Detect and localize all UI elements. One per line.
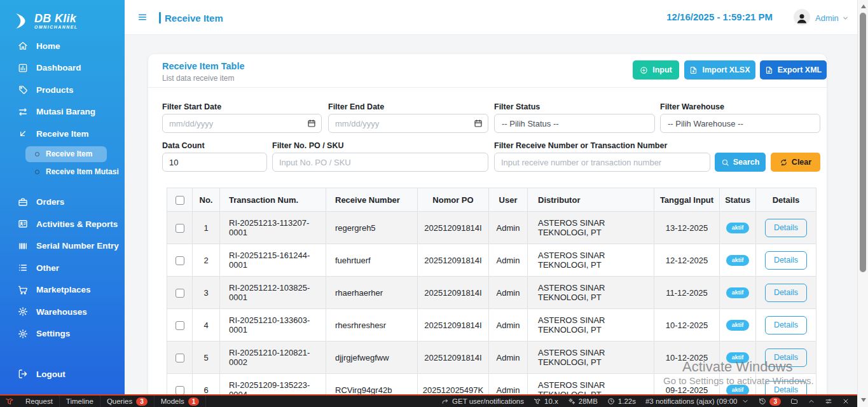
receive-number-input[interactable]: [494, 153, 710, 172]
sidebar-item-activities-reports[interactable]: Activities & Reports: [0, 213, 125, 235]
export-xml-button[interactable]: Export XML: [760, 60, 827, 79]
count-badge: 1: [188, 397, 200, 406]
chevron-down-icon[interactable]: [842, 15, 849, 22]
debugbar-control-sliders[interactable]: [825, 397, 832, 405]
debugbar-status-label: GET user/notifications: [452, 397, 524, 405]
debugbar-tab-request[interactable]: Request: [19, 396, 60, 407]
row-checkbox[interactable]: [176, 321, 184, 330]
debugbar-status-clock: 1.22s: [607, 397, 636, 405]
details-button[interactable]: Details: [765, 219, 807, 237]
page-scrollbar[interactable]: [857, 0, 868, 407]
scrollbar-thumb[interactable]: [860, 13, 866, 272]
row-user: Admin: [489, 341, 528, 374]
clear-button[interactable]: Clear: [771, 153, 820, 172]
list-icon: [18, 263, 28, 273]
start-date-input[interactable]: [162, 114, 322, 133]
warehouse-select[interactable]: -- Pilih Warehouse --: [660, 114, 820, 133]
row-nomor-po: 202512091814I: [418, 341, 489, 374]
receive-number-filter-label: Filter Receive Number or Transaction Num…: [494, 141, 667, 150]
page-title: Receive Item: [165, 13, 223, 24]
po-sku-input[interactable]: [272, 153, 488, 172]
sidebar-item-label: Dashboard: [36, 63, 81, 72]
scroll-up-arrow-icon[interactable]: [861, 4, 866, 8]
row-checkbox[interactable]: [176, 256, 184, 265]
idcard-icon: [18, 219, 28, 229]
sidebar-item-home[interactable]: Home: [0, 35, 125, 57]
avatar[interactable]: [794, 9, 810, 25]
details-button[interactable]: Details: [765, 316, 807, 335]
row-checkbox[interactable]: [176, 386, 184, 395]
debugbar-tab-timeline[interactable]: Timeline: [60, 396, 100, 407]
debugbar-tab-queries[interactable]: Queries3: [100, 396, 155, 407]
row-checkbox[interactable]: [176, 289, 184, 298]
sidebar-subitem-receive-item[interactable]: Receive Item: [25, 146, 107, 162]
dashboard-icon: [18, 63, 28, 73]
file-upload-icon: [689, 66, 698, 74]
sidebar-item-other[interactable]: Other: [0, 257, 125, 279]
details-button[interactable]: Details: [765, 251, 807, 270]
sidebar-item-label: Activities & Reports: [36, 219, 118, 229]
row-user: Admin: [489, 244, 528, 277]
menu-icon[interactable]: [137, 12, 148, 22]
sidebar-item-receive-item[interactable]: Receive Item: [0, 123, 125, 145]
sidebar-item-logout[interactable]: Logout: [0, 363, 125, 385]
clear-icon: [780, 158, 788, 167]
search-icon: [721, 158, 729, 167]
row-transaction: RI-20251210-120821-0002: [220, 341, 326, 374]
sidebar-item-products[interactable]: Products: [0, 79, 125, 101]
end-date-input[interactable]: [328, 114, 488, 133]
sidebar-item-label: Receive Item: [36, 129, 89, 139]
sidebar-item-label: Settings: [36, 329, 70, 338]
row-tanggal-input: 13-12-2025: [654, 212, 720, 244]
debugbar-tab-models[interactable]: Models1: [155, 396, 207, 407]
sidebar-item-label: Home: [36, 41, 60, 51]
column-header-user: User: [489, 188, 528, 212]
scroll-down-arrow-icon[interactable]: [861, 398, 866, 402]
user-menu[interactable]: Admin: [815, 13, 839, 23]
row-user: Admin: [489, 309, 528, 341]
row-checkbox[interactable]: [176, 224, 184, 233]
row-tanggal-input: 11-12-2025: [654, 277, 720, 309]
sidebar-item-dashboard[interactable]: Dashboard: [0, 57, 125, 79]
datetime: 12/16/2025 - 1:59:21 PM: [666, 11, 773, 22]
row-tanggal-input: 10-12-2025: [654, 309, 720, 341]
sidebar-subitem-receive-item-mutasi[interactable]: Receive Item Mutasi: [25, 164, 107, 180]
brand-logo: DB Klik OMNICHANNEL: [0, 0, 125, 34]
data-count-input[interactable]: [162, 153, 267, 172]
row-distributor: ASTEROS SINAR TEKNOLOGI, PT: [528, 277, 654, 309]
row-no: 1: [193, 212, 220, 244]
sidebar-item-marketplaces[interactable]: Marketplaces: [0, 279, 125, 301]
sidebar-item-serial-number-entry[interactable]: Serial Number Entry: [0, 235, 125, 258]
file-export-icon: [765, 66, 773, 74]
history-icon: [759, 397, 766, 405]
transfer-icon: [18, 107, 28, 117]
column-header-distributor: Distributor: [528, 188, 654, 212]
sidebar-item-label: Marketplaces: [36, 285, 91, 294]
barcode-icon: [18, 241, 28, 251]
row-transaction: RI-20251212-103825-0001: [220, 277, 326, 309]
filter-start-date-label: Filter Start Date: [162, 102, 221, 111]
chevron-down-icon[interactable]: [741, 397, 749, 405]
details-button[interactable]: Details: [765, 284, 807, 302]
sidebar-item-orders[interactable]: Orders: [0, 191, 125, 214]
input-button[interactable]: Input: [633, 60, 679, 79]
debugbar-control-close[interactable]: [842, 397, 850, 405]
debugbar-status-label: #3 notifications (ajax) (09:00: [645, 397, 737, 405]
sidebar-item-warehouses[interactable]: Warehouses: [0, 301, 125, 323]
import-xlsx-button[interactable]: Import XLSX: [684, 60, 755, 79]
title-accent-bar: [159, 12, 161, 24]
status-select[interactable]: -- Pilih Status --: [494, 114, 655, 133]
sidebar-item-label: Products: [36, 85, 74, 95]
sidebar-item-settings[interactable]: Settings: [0, 323, 125, 345]
sidebar-item-mutasi-barang[interactable]: Mutasi Barang: [0, 101, 125, 123]
debugbar-control-folder[interactable]: [790, 397, 798, 405]
search-button[interactable]: Search: [715, 153, 766, 172]
debugbar-status-label: 1.22s: [618, 397, 636, 405]
chevup-icon: [808, 397, 815, 405]
row-checkbox[interactable]: [176, 354, 184, 362]
debugbar-control-history[interactable]: 3: [759, 397, 781, 406]
select-all-checkbox[interactable]: [176, 196, 184, 205]
sidebar-item-label: Other: [36, 263, 59, 273]
debugbar-control-chevup[interactable]: [808, 397, 815, 405]
table-row: 4RI-20251210-133603-0001rhesrhreshesr202…: [167, 309, 816, 341]
